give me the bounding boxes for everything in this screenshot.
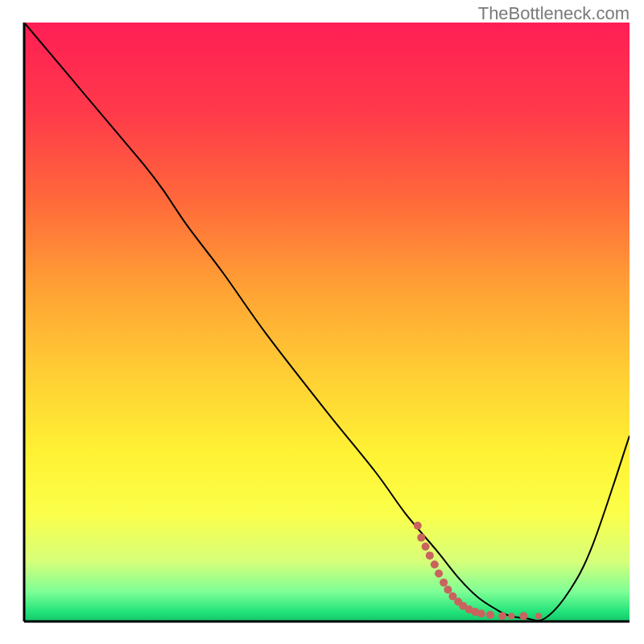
marker-dot — [414, 522, 422, 530]
marker-dot — [535, 613, 542, 619]
marker-dot — [519, 612, 527, 620]
chart-container: TheBottleneck.com — [0, 0, 644, 644]
marker-dot — [444, 586, 452, 594]
marker-dot — [440, 579, 448, 587]
marker-dot — [508, 613, 514, 619]
marker-dot — [422, 543, 430, 551]
marker-dot — [477, 609, 485, 617]
gradient-background — [24, 23, 630, 621]
marker-dot — [431, 560, 439, 568]
marker-dot — [417, 534, 425, 542]
marker-dot — [435, 569, 443, 577]
marker-dot — [498, 612, 506, 620]
watermark-label: TheBottleneck.com — [478, 3, 630, 24]
marker-dot — [486, 611, 494, 619]
marker-dot — [426, 551, 434, 559]
bottleneck-chart — [0, 0, 644, 644]
